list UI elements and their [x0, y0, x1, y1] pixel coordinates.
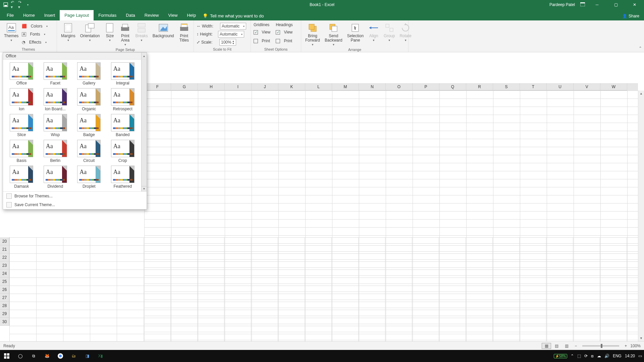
- gridlines-print-checkbox[interactable]: Print: [254, 37, 270, 45]
- gallery-scroll-up[interactable]: ▲: [141, 53, 147, 59]
- qat-customize-icon[interactable]: ▾: [25, 2, 30, 7]
- tray-dropbox-icon[interactable]: ⧈: [591, 354, 594, 358]
- row-header-24[interactable]: 24: [0, 269, 9, 278]
- theme-circuit[interactable]: AaCircuit: [73, 139, 105, 164]
- column-header-S[interactable]: S: [493, 83, 520, 90]
- gallery-scroll-down[interactable]: ▼: [142, 186, 147, 191]
- save-icon[interactable]: [3, 2, 8, 7]
- colors-button[interactable]: 🟥 Colors ▾: [22, 22, 47, 30]
- tab-data[interactable]: Data: [121, 10, 140, 20]
- tab-formulas[interactable]: Formulas: [94, 10, 121, 20]
- redo-icon[interactable]: ↷ ▾: [18, 2, 23, 7]
- headings-print-checkbox[interactable]: Print: [276, 37, 293, 45]
- zoom-value[interactable]: 100%: [630, 344, 641, 348]
- minimize-button[interactable]: ─: [590, 0, 604, 9]
- tray-chevron-icon[interactable]: ⌃: [571, 354, 574, 358]
- start-button[interactable]: [2, 351, 11, 361]
- column-header-L[interactable]: L: [305, 83, 332, 90]
- file-explorer-icon[interactable]: 🗂: [69, 351, 78, 361]
- ribbon-collapse-button[interactable]: ⌃: [639, 46, 642, 51]
- column-header-Q[interactable]: Q: [439, 83, 466, 90]
- align-button[interactable]: Align▼: [367, 22, 380, 43]
- column-header-J[interactable]: J: [252, 83, 278, 90]
- theme-badge[interactable]: AaBadge: [73, 113, 105, 138]
- column-header-T[interactable]: T: [520, 83, 547, 90]
- tab-file[interactable]: File: [2, 10, 18, 20]
- column-header-P[interactable]: P: [413, 83, 439, 90]
- theme-banded[interactable]: AaBanded: [107, 113, 139, 138]
- theme-berlin[interactable]: AaBerlin: [40, 139, 71, 164]
- theme-gallery[interactable]: AaGallery: [73, 62, 105, 86]
- margins-button[interactable]: Margins▼: [60, 22, 77, 43]
- cortana-icon[interactable]: ◯: [15, 351, 25, 361]
- theme-office[interactable]: AaOffice: [6, 62, 38, 86]
- column-header-U[interactable]: U: [547, 83, 574, 90]
- column-header-V[interactable]: V: [574, 83, 600, 90]
- column-header-N[interactable]: N: [359, 83, 386, 90]
- tray-cloud-icon[interactable]: ☁: [597, 354, 601, 358]
- theme-feathered[interactable]: AaFeathered: [107, 165, 139, 189]
- theme-slice[interactable]: AaSlice: [6, 113, 38, 138]
- send-backward-button[interactable]: Send Backward▼: [323, 22, 344, 47]
- action-center-icon[interactable]: ▭: [638, 354, 642, 358]
- column-header-O[interactable]: O: [386, 83, 413, 90]
- normal-view-button[interactable]: ▦: [542, 343, 551, 349]
- fonts-button[interactable]: A Fonts ▾: [22, 31, 47, 38]
- column-header-K[interactable]: K: [278, 83, 305, 90]
- scale-spinner[interactable]: 100%▲▼: [219, 39, 236, 46]
- undo-icon[interactable]: ↶ ▾: [11, 2, 15, 7]
- firefox-icon[interactable]: 🦊: [42, 351, 52, 361]
- column-header-F[interactable]: F: [144, 83, 171, 90]
- tell-me[interactable]: 💡 Tell me what you want to do: [201, 11, 266, 20]
- effects-button[interactable]: ◔ Effects ▾: [22, 39, 47, 46]
- ribbon-display-icon[interactable]: [580, 2, 585, 7]
- orientation-button[interactable]: Orientation▼: [79, 22, 101, 43]
- zoom-out-button[interactable]: −: [575, 344, 577, 348]
- selection-pane-button[interactable]: Selection Pane: [346, 22, 365, 43]
- bring-forward-button[interactable]: Bring Forward▼: [304, 22, 321, 47]
- theme-dividend[interactable]: AaDividend: [40, 165, 71, 189]
- theme-ion[interactable]: AaIon: [6, 87, 38, 112]
- maximize-button[interactable]: ▢: [609, 0, 623, 9]
- theme-integral[interactable]: AaIntegral: [107, 62, 139, 86]
- theme-damask[interactable]: AaDamask: [6, 165, 38, 189]
- theme-organic[interactable]: AaOrganic: [73, 87, 105, 112]
- theme-droplet[interactable]: AaDroplet: [73, 165, 105, 189]
- row-header-25[interactable]: 25: [0, 278, 9, 286]
- zoom-slider[interactable]: [582, 345, 619, 347]
- browse-themes-button[interactable]: Browse for Themes...: [3, 192, 147, 200]
- themes-button[interactable]: Aa Themes ▼: [3, 22, 20, 43]
- row-header-22[interactable]: 22: [0, 253, 9, 261]
- row-header-27[interactable]: 27: [0, 294, 9, 302]
- tray-app-icon[interactable]: ⬚: [577, 354, 581, 358]
- column-header-I[interactable]: I: [225, 83, 252, 90]
- row-header-21[interactable]: 21: [0, 245, 9, 253]
- tab-help[interactable]: Help: [182, 10, 201, 20]
- tray-volume-icon[interactable]: 🔊: [604, 354, 609, 358]
- row-header-30[interactable]: 30: [0, 318, 9, 326]
- save-theme-button[interactable]: Save Current Theme...: [3, 200, 147, 209]
- page-break-view-button[interactable]: ▥: [562, 343, 571, 349]
- size-button[interactable]: Size▼: [103, 22, 116, 43]
- cell-grid-below[interactable]: [9, 237, 638, 341]
- theme-wisp[interactable]: AaWisp: [40, 113, 71, 138]
- gallery-scrollbar[interactable]: ▼: [141, 60, 147, 191]
- app-icon[interactable]: ◨: [83, 351, 92, 361]
- page-layout-view-button[interactable]: ▤: [552, 343, 561, 349]
- row-header-23[interactable]: 23: [0, 261, 9, 269]
- print-titles-button[interactable]: Print Titles: [177, 22, 191, 43]
- zoom-slider-handle[interactable]: [601, 344, 602, 348]
- battery-indicator[interactable]: ⚡58%: [554, 354, 567, 358]
- column-header-G[interactable]: G: [171, 83, 198, 90]
- gridlines-view-checkbox[interactable]: ✓ View: [254, 28, 270, 36]
- task-view-icon[interactable]: ⧉: [29, 351, 38, 361]
- scroll-up-button[interactable]: ▲: [638, 90, 644, 97]
- column-header-R[interactable]: R: [466, 83, 493, 90]
- zoom-in-button[interactable]: +: [625, 344, 627, 348]
- share-button[interactable]: 👤 Share: [618, 12, 644, 20]
- theme-basis[interactable]: AaBasis: [6, 139, 38, 164]
- column-header-W[interactable]: W: [600, 83, 627, 90]
- chrome-icon[interactable]: [56, 351, 65, 361]
- tab-page-layout[interactable]: Page Layout: [60, 10, 94, 20]
- theme-crop[interactable]: AaCrop: [107, 139, 139, 164]
